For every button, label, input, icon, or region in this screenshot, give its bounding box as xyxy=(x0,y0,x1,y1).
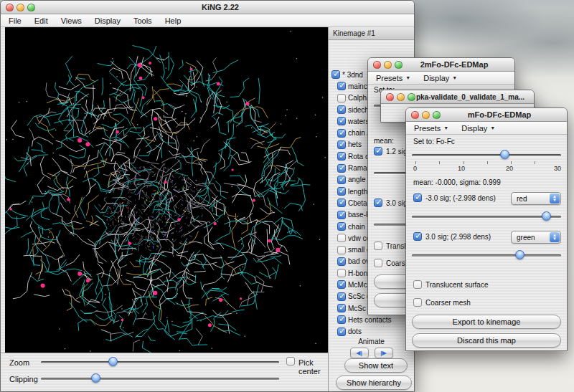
menu-label: Help xyxy=(165,16,182,25)
zoom-window-button[interactable] xyxy=(27,4,35,11)
show-text-button[interactable]: Show text xyxy=(344,358,408,373)
level-slider[interactable] xyxy=(412,149,561,161)
high-contour-row: 3.0 sig; xyxy=(374,199,409,207)
low-color-popup[interactable]: red ▲▼ xyxy=(511,192,561,205)
kinemage-panel-header[interactable]: Kinemage #1 xyxy=(329,27,414,40)
group-checkbox[interactable] xyxy=(337,199,346,207)
close-button[interactable] xyxy=(411,111,419,119)
clipping-slider-track[interactable] xyxy=(41,378,279,380)
low-contour-row: -3.0 sig; (-2.998 dens) xyxy=(413,193,496,202)
group-checkbox[interactable] xyxy=(337,269,346,277)
king-titlebar[interactable]: KiNG 2.22 xyxy=(1,1,414,14)
high-contour-checkbox[interactable] xyxy=(413,232,422,241)
tick-label: 20 xyxy=(506,165,513,172)
low-contour-checkbox[interactable] xyxy=(374,147,382,156)
coarser-label: Coarser mesh xyxy=(425,299,471,307)
tick-label: 30 xyxy=(554,165,561,172)
group-checkbox[interactable] xyxy=(337,222,346,231)
group-checkbox[interactable] xyxy=(337,94,346,102)
close-button[interactable] xyxy=(6,4,14,11)
group-checkbox[interactable] xyxy=(337,152,346,161)
clipping-slider[interactable] xyxy=(41,373,279,384)
high-color-popup[interactable]: green ▲▼ xyxy=(511,231,561,244)
high-color-value: green xyxy=(517,234,535,242)
menu-label: Display xyxy=(95,16,121,25)
group-checkbox[interactable] xyxy=(337,328,346,336)
edmap2-titlebar[interactable]: 2mFo-DFc-EDMap xyxy=(368,58,514,72)
group-checkbox[interactable] xyxy=(337,246,346,254)
window-title: KiNG 2.22 xyxy=(32,3,408,11)
group-checkbox[interactable] xyxy=(337,129,346,138)
zoom-window-button[interactable] xyxy=(408,93,415,101)
export-kinemage-button[interactable]: Export to kinemage xyxy=(412,315,561,329)
pka-titlebar[interactable]: pka-validate_0_validate_1_ma... xyxy=(381,90,534,104)
zoom-window-button[interactable] xyxy=(395,61,403,69)
menu-display[interactable]: Display▼ xyxy=(455,122,502,134)
discard-map-button[interactable]: Discard this map xyxy=(412,333,561,348)
group-checkbox[interactable] xyxy=(337,140,346,149)
group-label[interactable]: waters xyxy=(348,118,369,125)
kinemage-group-row: dots xyxy=(336,326,414,338)
clipping-slider-thumb[interactable] xyxy=(91,373,100,383)
animate-back-button[interactable]: ◀| xyxy=(350,348,369,358)
group-label[interactable]: hets xyxy=(348,140,362,148)
group-checkbox[interactable] xyxy=(337,117,346,125)
zoom-window-button[interactable] xyxy=(433,111,441,119)
group-checkbox[interactable] xyxy=(337,257,346,266)
translucent-checkbox[interactable] xyxy=(413,280,422,289)
slider-track[interactable] xyxy=(412,254,561,257)
minimize-button[interactable] xyxy=(422,111,430,119)
group-checkbox[interactable] xyxy=(337,315,346,324)
menu-display[interactable]: Display▼ xyxy=(417,72,464,84)
group-checkbox[interactable] xyxy=(337,234,346,242)
menu-display[interactable]: Display xyxy=(88,14,127,27)
group-checkbox[interactable] xyxy=(337,211,346,219)
high-contour-slider[interactable] xyxy=(412,249,561,261)
animate-forward-button[interactable]: |▶ xyxy=(375,348,393,358)
molecule-canvas[interactable] xyxy=(5,27,328,353)
group-checkbox[interactable] xyxy=(337,82,346,90)
slider-thumb[interactable] xyxy=(515,250,524,259)
menu-file[interactable]: File xyxy=(2,14,28,27)
group-checkbox[interactable] xyxy=(337,105,346,114)
zoom-slider-thumb[interactable] xyxy=(108,357,118,366)
slider-thumb[interactable] xyxy=(542,211,551,221)
slider-track[interactable] xyxy=(412,154,561,156)
group-checkbox[interactable] xyxy=(337,292,346,301)
group-label[interactable]: Hets contacts xyxy=(348,316,392,324)
menu-edit[interactable]: Edit xyxy=(28,14,55,27)
low-contour-checkbox[interactable] xyxy=(413,193,422,202)
group-checkbox[interactable] xyxy=(337,176,346,184)
edmap-titlebar[interactable]: mFo-DFc-EDMap xyxy=(406,108,567,122)
low-contour-slider[interactable] xyxy=(412,211,561,222)
minimize-button[interactable] xyxy=(384,61,392,69)
coarser-checkbox[interactable] xyxy=(413,298,422,307)
menu-help[interactable]: Help xyxy=(159,14,188,27)
menu-presets[interactable]: Presets▼ xyxy=(370,72,417,84)
group-label[interactable]: dots xyxy=(348,328,362,335)
minimize-button[interactable] xyxy=(397,93,405,101)
menu-tools[interactable]: Tools xyxy=(127,14,159,27)
slider-track[interactable] xyxy=(412,216,561,218)
coarser-checkbox[interactable] xyxy=(374,259,382,267)
minimize-button[interactable] xyxy=(17,4,24,11)
zoom-slider-track[interactable] xyxy=(41,361,279,363)
high-contour-checkbox[interactable] xyxy=(374,199,382,207)
group-checkbox[interactable] xyxy=(337,164,346,173)
pick-center-checkbox[interactable] xyxy=(286,357,295,365)
zoom-slider[interactable] xyxy=(41,356,279,368)
group-label[interactable]: * 3dnd xyxy=(342,71,363,79)
slider-thumb[interactable] xyxy=(500,150,509,159)
group-checkbox[interactable] xyxy=(337,304,346,312)
close-button[interactable] xyxy=(373,61,381,69)
kinemage-panel-title: Kinemage #1 xyxy=(333,29,375,37)
group-checkbox[interactable] xyxy=(331,70,340,79)
group-checkbox[interactable] xyxy=(337,187,346,196)
menu-views[interactable]: Views xyxy=(55,14,88,27)
show-hierarchy-button[interactable]: Show hierarchy xyxy=(336,376,412,390)
translucent-checkbox[interactable] xyxy=(374,242,382,250)
close-button[interactable] xyxy=(386,93,394,101)
menu-presets[interactable]: Presets▼ xyxy=(408,122,455,134)
group-checkbox[interactable] xyxy=(337,280,346,289)
window-title: 2mFo-DFc-EDMap xyxy=(400,60,509,69)
